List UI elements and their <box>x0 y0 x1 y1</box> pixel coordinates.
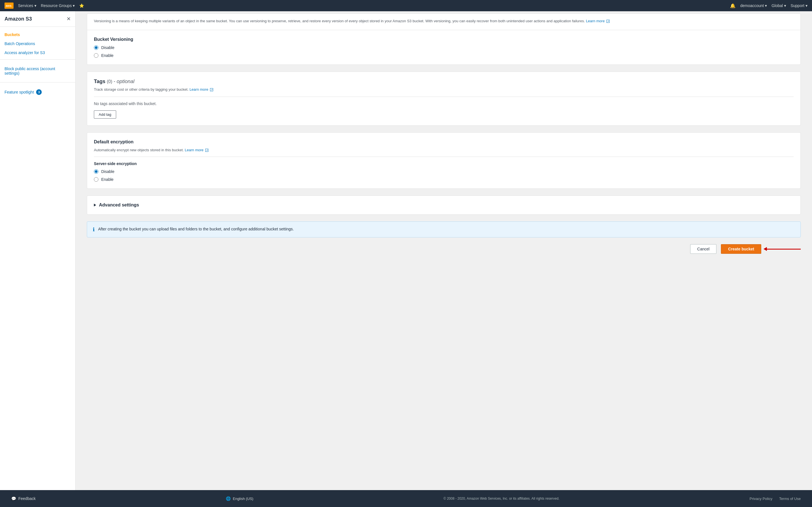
terms-of-use-link[interactable]: Terms of Use <box>779 497 801 501</box>
sidebar-item-block-public-access[interactable]: Block public access (account settings) <box>4 64 71 78</box>
info-text: After creating the bucket you can upload… <box>98 226 294 232</box>
create-bucket-wrapper: Create bucket <box>721 244 801 254</box>
svg-text:aws: aws <box>6 4 11 7</box>
services-menu[interactable]: Services ▾ <box>18 3 36 8</box>
no-tags-message: No tags associated with this bucket. <box>94 101 794 106</box>
sidebar-close-button[interactable]: ✕ <box>66 16 71 22</box>
footer-links: Privacy Policy Terms of Use <box>749 497 801 501</box>
advanced-settings-title: Advanced settings <box>99 203 139 208</box>
cancel-button[interactable]: Cancel <box>690 244 717 254</box>
add-tag-button[interactable]: Add tag <box>94 110 116 119</box>
sidebar-title: Amazon S3 <box>4 16 32 22</box>
action-row: Cancel Create bucket <box>87 244 801 265</box>
encryption-body: Default encryption Automatically encrypt… <box>87 133 801 188</box>
main-content: Versioning is a means of keeping multipl… <box>75 11 812 490</box>
arrow-head <box>763 247 767 251</box>
bucket-versioning-title: Bucket Versioning <box>94 37 794 42</box>
region-menu[interactable]: Global ▾ <box>771 3 786 8</box>
copyright: © 2008 - 2020, Amazon Web Services, Inc.… <box>444 497 559 501</box>
sse-label: Server-side encryption <box>94 161 794 166</box>
sse-disable-option[interactable]: Disable <box>94 169 794 174</box>
arrow-annotation <box>763 247 801 251</box>
encryption-description: Automatically encrypt new objects stored… <box>94 148 794 157</box>
encryption-title: Default encryption <box>94 139 794 145</box>
versioning-radio-group: Disable Enable <box>94 45 794 58</box>
versioning-disable-radio[interactable] <box>94 45 98 50</box>
favorites-icon[interactable]: ⭐ <box>79 3 84 8</box>
versioning-description: Versioning is a means of keeping multipl… <box>87 14 801 30</box>
advanced-settings-body: Advanced settings <box>87 196 801 214</box>
sidebar: Amazon S3 ✕ Buckets Batch Operations Acc… <box>0 11 75 507</box>
expand-icon <box>94 204 96 207</box>
tags-card: Tags (0) - optional Track storage cost o… <box>87 71 801 126</box>
sidebar-navigation: Buckets Batch Operations Access analyzer… <box>0 27 75 103</box>
chat-icon: 💬 <box>11 496 16 501</box>
feature-badge: 3 <box>36 89 42 95</box>
sidebar-item-batch-operations[interactable]: Batch Operations <box>0 39 75 48</box>
info-box: ℹ After creating the bucket you can uplo… <box>87 221 801 237</box>
sidebar-extra-section: Block public access (account settings) <box>0 62 75 80</box>
versioning-learn-more-link[interactable]: Learn more ↗ <box>586 19 610 23</box>
arrow-line <box>767 249 801 249</box>
encryption-card: Default encryption Automatically encrypt… <box>87 132 801 189</box>
tags-description: Track storage cost or other criteria by … <box>94 87 794 93</box>
language-selector[interactable]: 🌐 English (US) <box>226 496 253 501</box>
advanced-settings-card: Advanced settings <box>87 195 801 215</box>
create-bucket-button[interactable]: Create bucket <box>721 244 761 254</box>
tags-learn-more-link[interactable]: Learn more ↗ <box>190 87 213 92</box>
support-menu[interactable]: Support ▾ <box>791 3 808 8</box>
feedback-button[interactable]: 💬 Feedback <box>11 496 36 501</box>
footer: 💬 Feedback 🌐 English (US) © 2008 - 2020,… <box>0 490 812 507</box>
sse-disable-radio[interactable] <box>94 169 98 174</box>
versioning-card: Versioning is a means of keeping multipl… <box>87 13 801 65</box>
sidebar-feature-section: Feature spotlight 3 <box>0 85 75 100</box>
versioning-enable-radio[interactable] <box>94 53 98 58</box>
tags-body: Tags (0) - optional Track storage cost o… <box>87 72 801 126</box>
sse-enable-option[interactable]: Enable <box>94 177 794 182</box>
resource-groups-menu[interactable]: Resource Groups ▾ <box>41 3 75 8</box>
account-menu[interactable]: demoaccount ▾ <box>740 3 767 8</box>
tags-title: Tags (0) - optional <box>94 78 135 84</box>
sidebar-item-feature-spotlight[interactable]: Feature spotlight 3 <box>4 87 71 97</box>
globe-icon: 🌐 <box>226 496 231 501</box>
advanced-settings-header[interactable]: Advanced settings <box>94 203 794 208</box>
versioning-options: Bucket Versioning Disable Enable <box>87 30 801 64</box>
top-navigation: aws Services ▾ Resource Groups ▾ ⭐ 🔔 dem… <box>0 0 812 11</box>
aws-logo[interactable]: aws <box>4 3 13 9</box>
info-icon: ℹ <box>93 226 95 233</box>
sidebar-item-access-analyzer[interactable]: Access analyzer for S3 <box>0 48 75 57</box>
sidebar-header: Amazon S3 ✕ <box>0 16 75 27</box>
sse-radio-group: Disable Enable <box>94 169 794 182</box>
versioning-enable-option[interactable]: Enable <box>94 53 794 58</box>
sse-enable-radio[interactable] <box>94 177 98 182</box>
encryption-learn-more-link[interactable]: Learn more ↗ <box>185 148 208 152</box>
privacy-policy-link[interactable]: Privacy Policy <box>749 497 772 501</box>
versioning-disable-option[interactable]: Disable <box>94 45 794 50</box>
sidebar-item-buckets[interactable]: Buckets <box>0 30 75 39</box>
notifications-bell[interactable]: 🔔 <box>730 3 735 8</box>
